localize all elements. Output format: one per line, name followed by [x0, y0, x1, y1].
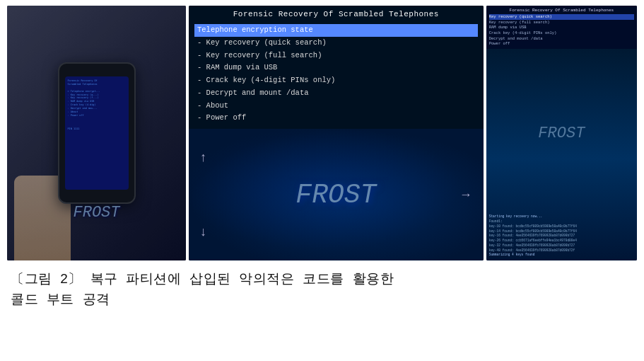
- center-bottom: ↑ ↓ FROST →: [189, 129, 484, 260]
- right-menu-item-4: Decrypt and mount /data: [489, 36, 634, 42]
- menu-item-5: - Decrypt and mount /data: [194, 87, 478, 100]
- menu-item-6: - About: [194, 100, 478, 113]
- frost-watermark-right: FROST: [538, 125, 585, 142]
- arrow-up-icon: ↑: [200, 150, 206, 165]
- log-line-6: key-32 found: 4ee3564639fb7690928ab87d09…: [489, 243, 634, 248]
- log-line-5: key-26 found: ccb5671af6eebffe94ea1bc497…: [489, 239, 634, 243]
- menu-item-3: - RAM dump via USB: [194, 62, 478, 74]
- phone-shape: Forensic Recovery OfScrambled Telephones…: [58, 62, 136, 204]
- log-line-3: key-14 found: bcdbc55cf809cb5989e58a40c0…: [489, 229, 634, 234]
- right-top-menu: Forensic Recovery Of Scrambled Telephone…: [486, 6, 637, 49]
- log-line-7: key-48 found: 4ee3564639fb7690928ab87d09…: [489, 248, 634, 253]
- menu-title: Forensic Recovery Of Scrambled Telephone…: [194, 10, 478, 18]
- frost-watermark-center: FROST: [295, 180, 376, 210]
- right-menu-item-5: Power off: [489, 41, 634, 47]
- caption-area: 〔그림 2〕 복구 파티션에 삽입된 악의적은 코드를 활용한 콜드 부트 공격: [7, 269, 637, 309]
- right-menu-item-1: Key recovery (full search): [489, 20, 634, 25]
- main-container: Forensic Recovery OfScrambled Telephones…: [0, 0, 644, 361]
- log-line-0: Starting key recovery now...: [489, 214, 634, 219]
- right-menu-item-2: RAM dump via USB: [489, 25, 634, 30]
- right-menu-item-3: Crack key (4-digit PINs only): [489, 30, 634, 36]
- frost-text-left: FROST: [73, 204, 119, 222]
- center-menu: Forensic Recovery Of Scrambled Telephone…: [189, 6, 484, 129]
- right-bg: Forensic Recovery Of Scrambled Telephone…: [486, 6, 637, 260]
- menu-item-0: Telephone encryption state: [194, 24, 478, 37]
- log-line-4: key-16 found: 4ee3564639fb7690928ab87d09…: [489, 234, 634, 239]
- images-row: Forensic Recovery OfScrambled Telephones…: [7, 6, 637, 260]
- arrow-down-icon: ↓: [200, 224, 206, 239]
- menu-item-1: - Key recovery (quick search): [194, 37, 478, 50]
- phone-screen: Forensic Recovery OfScrambled Telephones…: [65, 76, 129, 190]
- arrow-right-icon: →: [459, 188, 472, 202]
- menu-item-4: - Crack key (4-digit PINs only): [194, 74, 478, 87]
- center-panel: Forensic Recovery Of Scrambled Telephone…: [189, 6, 484, 260]
- log-line-2: key-10 found: bcdbc55cf809cb5989e58a40c0…: [489, 224, 634, 229]
- left-panel: Forensic Recovery OfScrambled Telephones…: [7, 6, 186, 260]
- log-line-1: Found1:: [489, 219, 634, 224]
- phone-screen-text: Forensic Recovery OfScrambled Telephones…: [68, 79, 126, 131]
- right-menu-item-0: Key recovery (quick search): [489, 14, 634, 20]
- right-panel: Forensic Recovery Of Scrambled Telephone…: [486, 6, 637, 260]
- right-panel-title: Forensic Recovery Of Scrambled Telephone…: [489, 8, 634, 13]
- right-bottom-log: Starting key recovery now... Found1: key…: [489, 214, 634, 258]
- menu-item-7: - Power off: [194, 112, 478, 125]
- log-line-8: Summarizing 4 keys found: [489, 253, 634, 258]
- menu-item-2: - Key recovery (full search): [194, 50, 478, 62]
- caption-line-2: 콜드 부트 공격: [11, 290, 633, 310]
- caption-line-1: 〔그림 2〕 복구 파티션에 삽입된 악의적은 코드를 활용한: [11, 269, 633, 290]
